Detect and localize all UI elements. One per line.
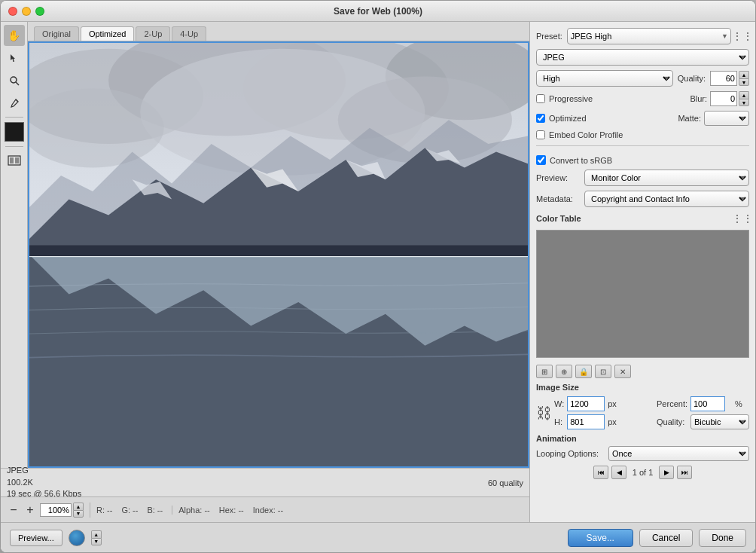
embed-color-label[interactable]: Embed Color Profile <box>549 130 623 139</box>
globe-icon <box>69 530 85 546</box>
svg-line-1 <box>16 82 19 85</box>
browser-up[interactable]: ▲ <box>91 530 102 538</box>
zoom-tool[interactable] <box>4 70 25 91</box>
canvas-image <box>29 43 528 466</box>
blur-down[interactable]: ▼ <box>739 99 749 106</box>
frame-last-btn[interactable]: ⏭ <box>677 466 692 479</box>
quality-up[interactable]: ▲ <box>739 71 749 78</box>
title-bar: Save for Web (100%) <box>1 1 755 22</box>
quality-row: High Maximum Medium Low ▼ Quality: ▲ ▼ <box>536 70 749 87</box>
right-panel: Preset: JPEG High JPEG Medium JPEG Low ▼… <box>529 22 755 522</box>
blur-input-group: ▲ ▼ <box>710 91 749 106</box>
zoom-in-btn[interactable]: + <box>23 503 37 517</box>
quality-down[interactable]: ▼ <box>739 78 749 86</box>
optimized-checkbox[interactable] <box>536 114 545 123</box>
frame-prev-btn[interactable]: ◀ <box>611 466 626 479</box>
preset-select-wrapper: JPEG High JPEG Medium JPEG Low ▼ <box>567 28 731 44</box>
ct-delete-btn[interactable]: ✕ <box>614 365 631 378</box>
progressive-label[interactable]: Progressive <box>549 94 593 103</box>
tool-divider-1 <box>5 117 23 118</box>
eyedropper-tool[interactable] <box>4 93 25 114</box>
browser-down[interactable]: ▼ <box>91 538 102 545</box>
preview-select[interactable]: Monitor Color <box>584 170 749 186</box>
color-table-options-btn[interactable]: ⋮⋮ <box>736 212 749 225</box>
blur-up[interactable]: ▲ <box>739 91 749 99</box>
bottom-buttons: Preview... ▲ ▼ Save... Cancel Done <box>1 522 755 552</box>
blur-input[interactable] <box>710 91 737 106</box>
preset-select[interactable]: JPEG High JPEG Medium JPEG Low <box>567 28 731 44</box>
looping-select-wrapper: Once Forever Other ▼ <box>608 446 749 461</box>
zoom-input[interactable] <box>40 503 72 517</box>
format-row: JPEG PNG-24 GIF PNG-8 ▼ <box>536 49 749 66</box>
frame-next-btn[interactable]: ▶ <box>659 466 674 479</box>
tab-original[interactable]: Original <box>34 26 79 41</box>
format-select[interactable]: JPEG PNG-24 GIF PNG-8 <box>536 49 749 66</box>
status-info: JPEG 100.2K 19 sec @ 56.6 Kbps <box>7 465 81 500</box>
bicubic-select[interactable]: Bicubic <box>690 414 749 429</box>
tab-optimized[interactable]: Optimized <box>81 26 135 41</box>
zoom-up[interactable]: ▲ <box>73 503 84 510</box>
w-input[interactable] <box>567 396 605 411</box>
quality-size-label: Quality: <box>657 417 687 426</box>
cancel-button[interactable]: Cancel <box>639 529 693 547</box>
preview-button[interactable]: Preview... <box>10 530 62 546</box>
maximize-button[interactable] <box>35 7 44 16</box>
window-controls <box>8 7 44 16</box>
done-button[interactable]: Done <box>699 529 746 547</box>
zoom-down[interactable]: ▼ <box>73 510 84 518</box>
ct-new-btn[interactable]: ⊞ <box>536 365 553 378</box>
preset-label: Preset: <box>536 32 562 41</box>
percent-sign: % <box>735 399 749 408</box>
svg-rect-5 <box>15 157 19 163</box>
zoom-display: ▲ ▼ <box>40 503 84 518</box>
index-value: Index: -- <box>253 506 283 515</box>
blur-label: Blur: <box>690 94 707 103</box>
metadata-select[interactable]: Copyright and Contact Info <box>584 191 749 207</box>
progressive-checkbox-row: Progressive <box>536 94 593 103</box>
link-icon: ⛓ <box>536 405 551 422</box>
ct-lock-btn[interactable]: 🔒 <box>575 365 592 378</box>
h-input[interactable] <box>567 414 605 429</box>
quality-input[interactable] <box>710 71 737 86</box>
looping-select[interactable]: Once Forever Other <box>608 446 749 461</box>
alpha-value: Alpha: -- <box>172 506 210 515</box>
looping-options-label: Looping Options: <box>536 449 604 458</box>
preview-toggle[interactable] <box>4 150 25 171</box>
hand-tool[interactable]: ✋ <box>4 25 25 46</box>
quality-level-select[interactable]: High Maximum Medium Low <box>536 70 673 87</box>
image-size-grid: W: px ⛓ Percent: % H: px Quality: Bicubi… <box>536 396 749 429</box>
metadata-row-label: Metadata: <box>536 194 580 203</box>
browser-stepper: ▲ ▼ <box>91 530 102 545</box>
quality-select-wrapper: High Maximum Medium Low ▼ <box>536 70 673 87</box>
tool-divider-2 <box>5 146 23 147</box>
metadata-select-wrapper: Copyright and Contact Info ▼ <box>584 191 749 207</box>
w-label: W: <box>554 399 564 408</box>
optimized-label[interactable]: Optimized <box>549 114 587 123</box>
srgb-checkbox[interactable] <box>536 155 546 165</box>
percent-input[interactable] <box>690 396 725 411</box>
progressive-checkbox[interactable] <box>536 94 545 103</box>
options-menu-btn[interactable]: ⋮⋮ <box>736 29 749 43</box>
embed-color-checkbox[interactable] <box>536 130 545 139</box>
select-tool[interactable] <box>4 47 25 69</box>
w-px-label: px <box>608 399 654 408</box>
frame-first-btn[interactable]: ⏮ <box>593 466 608 479</box>
r-value: R: -- <box>96 506 112 515</box>
svg-line-2 <box>16 99 18 102</box>
ct-shift-btn[interactable]: ⊡ <box>595 365 611 378</box>
matte-select[interactable] <box>704 111 749 126</box>
tab-2up[interactable]: 2-Up <box>136 26 170 41</box>
ct-add-btn[interactable]: ⊕ <box>556 365 572 378</box>
h-px-label: px <box>608 417 654 426</box>
minimize-button[interactable] <box>22 7 31 16</box>
srgb-label[interactable]: Convert to sRGB <box>550 156 612 165</box>
animation-label: Animation <box>536 434 749 443</box>
zoom-out-btn[interactable]: − <box>7 503 20 517</box>
matte-label: Matte: <box>678 114 701 123</box>
close-button[interactable] <box>8 7 17 16</box>
save-button[interactable]: Save... <box>568 529 633 547</box>
tab-4up[interactable]: 4-Up <box>172 26 206 41</box>
canvas-container: Original Optimized 2-Up 4-Up <box>28 22 529 468</box>
bicubic-select-wrapper: Bicubic ▼ <box>690 414 749 429</box>
foreground-color[interactable] <box>5 122 24 142</box>
